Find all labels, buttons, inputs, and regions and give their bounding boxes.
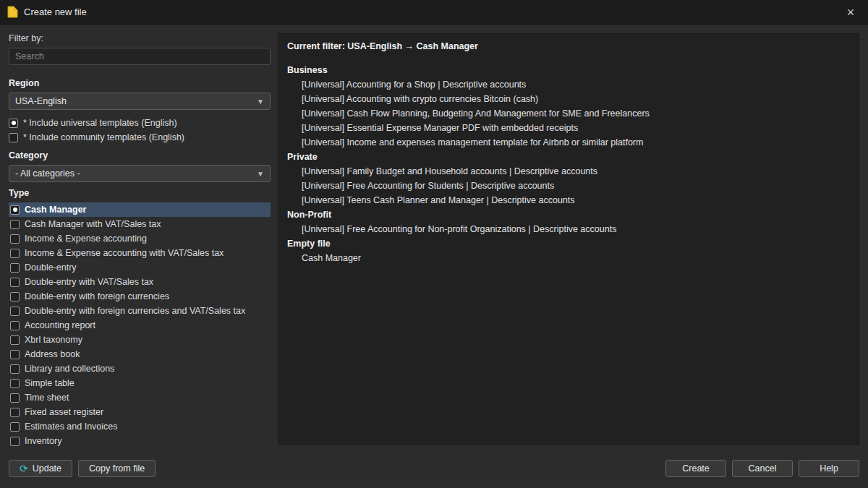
- category-select-value: - All categories -: [15, 168, 80, 179]
- group-title: Private: [287, 150, 850, 164]
- type-item-label: Double-entry with foreign currencies and…: [25, 306, 245, 316]
- checkbox-icon[interactable]: [10, 408, 20, 417]
- include-community-checkbox[interactable]: * Include community templates (English): [9, 130, 271, 145]
- category-label: Category: [9, 150, 271, 160]
- type-item[interactable]: Double-entry with foreign currencies and…: [9, 304, 271, 318]
- template-link[interactable]: [Universal] Essential Expense Manager PD…: [287, 121, 850, 135]
- checkbox-icon[interactable]: [10, 263, 20, 273]
- create-button[interactable]: Create: [665, 460, 726, 477]
- template-panel: Current filter: USA-English → Cash Manag…: [278, 33, 859, 445]
- type-item[interactable]: Accounting report: [9, 318, 271, 333]
- template-link[interactable]: [Universal] Teens Cash Planner and Manag…: [287, 193, 850, 207]
- type-item[interactable]: Double-entry with foreign currencies: [9, 289, 271, 304]
- checkbox-icon[interactable]: [9, 133, 18, 142]
- type-item[interactable]: Income & Expense accounting: [9, 231, 271, 246]
- checkbox-icon[interactable]: [10, 350, 20, 359]
- close-icon[interactable]: ×: [841, 6, 861, 19]
- copy-from-file-button[interactable]: Copy from file: [78, 460, 156, 477]
- include-universal-checkbox[interactable]: * Include universal templates (English): [9, 116, 271, 130]
- region-select[interactable]: USA-English ▼: [9, 93, 271, 110]
- checkbox-icon[interactable]: [10, 422, 20, 432]
- type-item[interactable]: Address book: [9, 347, 271, 361]
- type-item[interactable]: Simple table: [9, 376, 271, 390]
- update-button-label: Update: [33, 463, 61, 474]
- checkbox-icon[interactable]: [10, 234, 20, 244]
- search-input[interactable]: [9, 48, 271, 65]
- category-select[interactable]: - All categories - ▼: [9, 165, 271, 182]
- titlebar: Create new file ×: [0, 0, 868, 25]
- type-item[interactable]: Estimates and Invoices: [9, 419, 271, 434]
- template-groups: Business[Universal] Accounting for a Sho…: [287, 63, 850, 265]
- type-item-label: Address book: [25, 349, 80, 359]
- checkbox-icon[interactable]: [10, 292, 20, 301]
- update-button[interactable]: ⟳ Update: [9, 460, 72, 477]
- region-select-value: USA-English: [15, 96, 67, 106]
- type-item[interactable]: Double-entry with VAT/Sales tax: [9, 275, 271, 289]
- type-label: Type: [9, 188, 271, 198]
- type-item[interactable]: Library and collections: [9, 361, 271, 376]
- type-item[interactable]: Fixed asset register: [9, 405, 271, 419]
- type-item-label: Xbrl taxonomy: [25, 335, 82, 345]
- type-item-label: Inventory: [25, 436, 61, 446]
- template-link[interactable]: [Universal] Cash Flow Planning, Budgetin…: [287, 106, 850, 121]
- type-item[interactable]: Xbrl taxonomy: [9, 333, 271, 347]
- footer-right: Create Cancel Help: [665, 460, 859, 477]
- filter-by-label: Filter by:: [9, 33, 271, 43]
- dialog-content: Filter by: Region USA-English ▼ * Includ…: [0, 25, 868, 455]
- refresh-icon: ⟳: [20, 463, 28, 474]
- chevron-down-icon: ▼: [257, 98, 264, 106]
- footer-left: ⟳ Update Copy from file: [9, 460, 156, 477]
- checkbox-icon[interactable]: [10, 379, 20, 388]
- checkbox-icon[interactable]: [9, 119, 18, 128]
- template-link[interactable]: [Universal] Family Budget and Household …: [287, 164, 850, 179]
- type-item[interactable]: Inventory: [9, 434, 271, 448]
- type-list: Cash ManagerCash Manager with VAT/Sales …: [9, 202, 271, 448]
- template-link[interactable]: [Universal] Accounting with crypto curre…: [287, 92, 850, 106]
- type-item[interactable]: Cash Manager: [9, 202, 271, 217]
- current-filter-text: Current filter: USA-English → Cash Manag…: [287, 41, 850, 51]
- checkbox-icon[interactable]: [10, 249, 20, 258]
- checkbox-icon[interactable]: [10, 393, 20, 403]
- checkbox-icon[interactable]: [10, 437, 20, 446]
- help-button[interactable]: Help: [799, 460, 859, 477]
- type-item-label: Income & Expense accounting with VAT/Sal…: [25, 248, 224, 258]
- type-item-label: Cash Manager with VAT/Sales tax: [25, 219, 161, 229]
- template-link[interactable]: [Universal] Free Accounting for Students…: [287, 179, 850, 193]
- type-item-label: Accounting report: [25, 320, 95, 330]
- type-item-label: Double-entry: [25, 262, 77, 273]
- type-item-label: Double-entry with foreign currencies: [25, 291, 169, 301]
- type-item[interactable]: Double-entry: [9, 260, 271, 275]
- footer-bar: ⟳ Update Copy from file Create Cancel He…: [0, 455, 868, 488]
- type-item-label: Estimates and Invoices: [25, 421, 118, 432]
- cancel-button[interactable]: Cancel: [732, 460, 793, 477]
- checkbox-icon[interactable]: [10, 205, 20, 215]
- type-item[interactable]: Time sheet: [9, 390, 271, 405]
- file-icon: [7, 6, 18, 18]
- filter-sidebar: Filter by: Region USA-English ▼ * Includ…: [9, 33, 271, 455]
- type-item[interactable]: Income & Expense accounting with VAT/Sal…: [9, 246, 271, 260]
- group-title: Non-Profit: [287, 207, 850, 222]
- type-item-label: Income & Expense accounting: [25, 234, 147, 244]
- checkbox-icon[interactable]: [10, 278, 20, 287]
- checkbox-icon[interactable]: [10, 364, 20, 374]
- group-title: Business: [287, 63, 850, 77]
- checkbox-icon[interactable]: [10, 307, 20, 316]
- include-universal-label: * Include universal templates (English): [23, 118, 177, 128]
- type-item-label: Simple table: [25, 378, 75, 388]
- type-item-label: Double-entry with VAT/Sales tax: [25, 277, 153, 287]
- checkbox-icon[interactable]: [10, 335, 20, 345]
- type-item-label: Library and collections: [25, 364, 114, 374]
- checkbox-icon[interactable]: [10, 321, 20, 330]
- window-title: Create new file: [24, 7, 87, 17]
- type-item-label: Cash Manager: [25, 205, 86, 215]
- type-item[interactable]: Cash Manager with VAT/Sales tax: [9, 217, 271, 231]
- checkbox-icon[interactable]: [10, 220, 20, 229]
- group-title: Empty file: [287, 236, 850, 251]
- template-link[interactable]: [Universal] Income and expenses manageme…: [287, 135, 850, 150]
- create-new-file-dialog: Create new file × Filter by: Region USA-…: [0, 0, 868, 488]
- include-community-label: * Include community templates (English): [23, 132, 184, 142]
- template-link[interactable]: [Universal] Free Accounting for Non-prof…: [287, 222, 850, 236]
- template-link[interactable]: [Universal] Accounting for a Shop | Desc…: [287, 77, 850, 92]
- type-item-label: Fixed asset register: [25, 407, 103, 417]
- template-link[interactable]: Cash Manager: [287, 251, 850, 265]
